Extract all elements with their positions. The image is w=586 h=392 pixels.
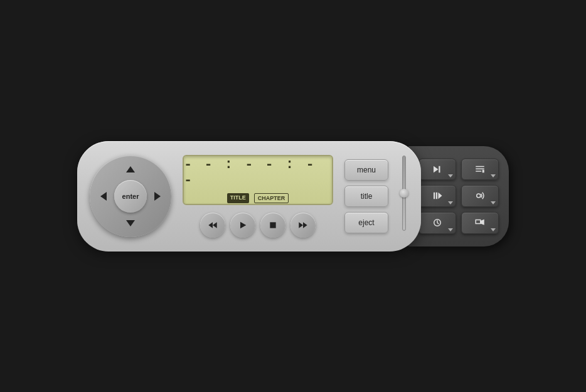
dropdown-arrow-icon xyxy=(448,228,453,231)
enter-button[interactable]: enter xyxy=(114,180,147,213)
lcd-time: - - : - - : - - xyxy=(184,157,332,188)
nav-wheel: enter xyxy=(90,156,171,237)
svg-marker-14 xyxy=(439,193,442,199)
slider-track xyxy=(402,156,406,231)
slow-button[interactable] xyxy=(418,212,456,234)
svg-rect-3 xyxy=(270,222,275,228)
svg-line-18 xyxy=(437,223,439,224)
play-icon xyxy=(238,220,248,230)
dropdown-arrow-icon xyxy=(491,174,496,177)
svg-marker-0 xyxy=(208,222,213,228)
chapters-icon xyxy=(474,164,486,175)
svg-rect-13 xyxy=(436,193,437,199)
nav-right-button[interactable] xyxy=(149,185,166,208)
dropdown-arrow-icon xyxy=(491,228,496,231)
svg-rect-9 xyxy=(476,168,484,169)
arrow-left-icon xyxy=(100,192,107,201)
svg-rect-8 xyxy=(476,166,484,167)
dvd-remote: enter - - : - - : - - TITLE CHAPTER xyxy=(77,141,509,252)
volume-slider[interactable] xyxy=(400,156,408,237)
menu-button[interactable]: menu xyxy=(344,159,388,181)
pause-step-icon xyxy=(432,190,443,201)
eject-button[interactable]: eject xyxy=(344,212,388,233)
angle-button[interactable] xyxy=(461,212,499,234)
transport-controls xyxy=(200,213,316,238)
play-skip-button[interactable] xyxy=(418,159,456,181)
slider-thumb xyxy=(400,189,408,198)
svg-rect-11 xyxy=(482,170,484,173)
svg-rect-12 xyxy=(434,193,435,199)
arrow-down-icon xyxy=(126,220,135,226)
svg-marker-2 xyxy=(240,221,246,228)
lcd-chapter-label: CHAPTER xyxy=(254,193,289,203)
rewind-button[interactable] xyxy=(200,213,225,238)
audio-icon xyxy=(474,190,486,201)
svg-rect-19 xyxy=(476,220,481,224)
lcd-title-label: TITLE xyxy=(227,193,249,203)
nav-left-button[interactable] xyxy=(95,185,112,208)
stop-icon xyxy=(268,220,278,230)
play-button[interactable] xyxy=(230,213,255,238)
audio-button[interactable] xyxy=(461,185,499,207)
svg-marker-1 xyxy=(213,222,217,228)
dropdown-arrow-icon xyxy=(491,201,496,204)
lcd-labels: TITLE CHAPTER xyxy=(227,193,289,203)
svg-marker-6 xyxy=(434,166,439,173)
slow-icon xyxy=(432,217,443,228)
stop-button[interactable] xyxy=(260,213,285,238)
svg-point-15 xyxy=(477,194,481,198)
fastforward-button[interactable] xyxy=(290,213,316,238)
dropdown-arrow-icon xyxy=(448,201,453,204)
nav-up-button[interactable] xyxy=(119,161,142,178)
svg-marker-4 xyxy=(299,222,303,228)
pause-step-button[interactable] xyxy=(418,185,456,207)
display-section: - - : - - : - - TITLE CHAPTER xyxy=(183,155,333,238)
dropdown-arrow-icon xyxy=(448,174,453,177)
fastforward-icon xyxy=(298,220,308,230)
lcd-display: - - : - - : - - TITLE CHAPTER xyxy=(183,155,333,205)
svg-rect-10 xyxy=(476,171,481,172)
arrow-up-icon xyxy=(126,166,135,172)
dark-panel xyxy=(408,146,509,246)
arrow-right-icon xyxy=(154,192,161,201)
title-button[interactable]: title xyxy=(344,186,388,207)
side-buttons: menu title eject xyxy=(344,159,388,233)
rewind-icon xyxy=(208,220,218,230)
svg-marker-5 xyxy=(303,222,307,228)
svg-rect-7 xyxy=(439,166,440,173)
nav-down-button[interactable] xyxy=(119,215,142,232)
main-body: enter - - : - - : - - TITLE CHAPTER xyxy=(77,141,421,252)
play-skip-icon xyxy=(432,164,443,175)
chapters-button[interactable] xyxy=(461,159,499,181)
angle-icon xyxy=(474,217,486,228)
svg-marker-20 xyxy=(481,220,484,225)
